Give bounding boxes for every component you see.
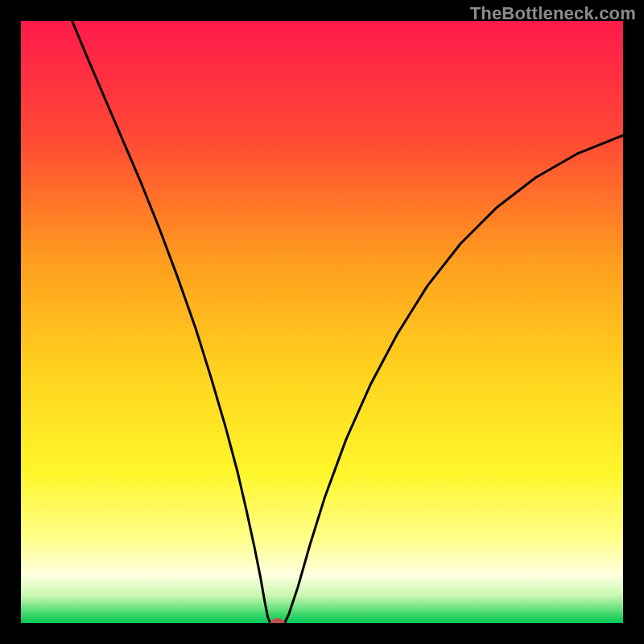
plot-area [21,21,623,623]
chart-svg [21,21,623,623]
chart-frame: TheBottleneck.com [0,0,644,644]
